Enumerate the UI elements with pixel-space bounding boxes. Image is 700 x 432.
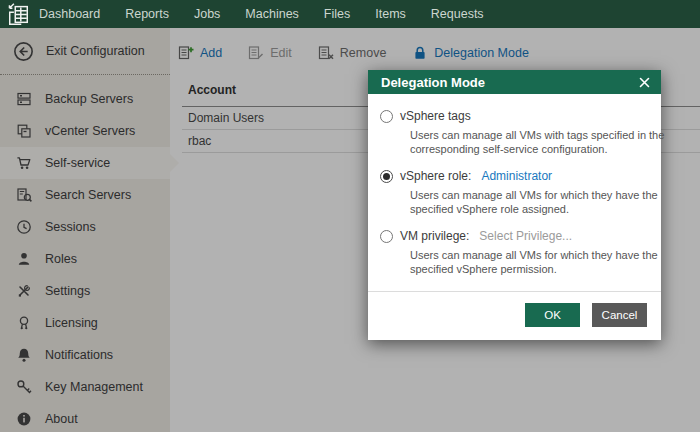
option-vm-privilege: VM privilege: Select Privilege... Users …	[380, 229, 647, 276]
option-description: Users can manage all VMs with tags speci…	[410, 128, 666, 156]
nav-machines[interactable]: Machines	[245, 7, 299, 21]
option-description: Users can manage all VMs for which they …	[410, 188, 666, 216]
option-label: VM privilege:	[400, 229, 469, 243]
app-logo-icon	[5, 1, 32, 27]
dialog-body: vSphere tags Users can manage all VMs wi…	[368, 94, 661, 278]
dialog-footer: OK Cancel	[368, 291, 661, 340]
administrator-role-link[interactable]: Administrator	[481, 169, 552, 183]
radio-checked-icon[interactable]	[380, 170, 393, 183]
option-label: vSphere role:	[400, 169, 471, 183]
dialog-title: Delegation Mode	[381, 75, 485, 90]
radio-unchecked-icon[interactable]	[380, 110, 393, 123]
veeam-one-configuration-screen: Dashboard Reports Jobs Machines Files It…	[0, 0, 700, 432]
close-icon[interactable]	[636, 74, 652, 90]
option-vsphere-role: vSphere role: Administrator Users can ma…	[380, 169, 647, 216]
cancel-button[interactable]: Cancel	[592, 303, 647, 327]
dialog-header: Delegation Mode	[368, 70, 661, 94]
radio-unchecked-icon[interactable]	[380, 230, 393, 243]
option-description: Users can manage all VMs for which they …	[410, 248, 666, 276]
option-label: vSphere tags	[400, 109, 471, 123]
nav-reports[interactable]: Reports	[125, 7, 169, 21]
top-nav-bar: Dashboard Reports Jobs Machines Files It…	[0, 0, 700, 28]
ok-button[interactable]: OK	[525, 303, 580, 327]
select-privilege-link[interactable]: Select Privilege...	[479, 229, 572, 243]
vsphere-role-option[interactable]: vSphere role: Administrator	[380, 169, 647, 183]
nav-dashboard[interactable]: Dashboard	[39, 7, 100, 21]
nav-files[interactable]: Files	[324, 7, 350, 21]
vm-privilege-option[interactable]: VM privilege: Select Privilege...	[380, 229, 647, 243]
nav-items[interactable]: Items	[375, 7, 406, 21]
nav-requests[interactable]: Requests	[431, 7, 484, 21]
top-nav-menu: Dashboard Reports Jobs Machines Files It…	[39, 7, 509, 21]
vsphere-tags-option[interactable]: vSphere tags	[380, 109, 647, 123]
nav-jobs[interactable]: Jobs	[194, 7, 220, 21]
option-vsphere-tags: vSphere tags Users can manage all VMs wi…	[380, 109, 647, 156]
delegation-mode-dialog: Delegation Mode vSphere tags Users can m…	[368, 70, 661, 340]
